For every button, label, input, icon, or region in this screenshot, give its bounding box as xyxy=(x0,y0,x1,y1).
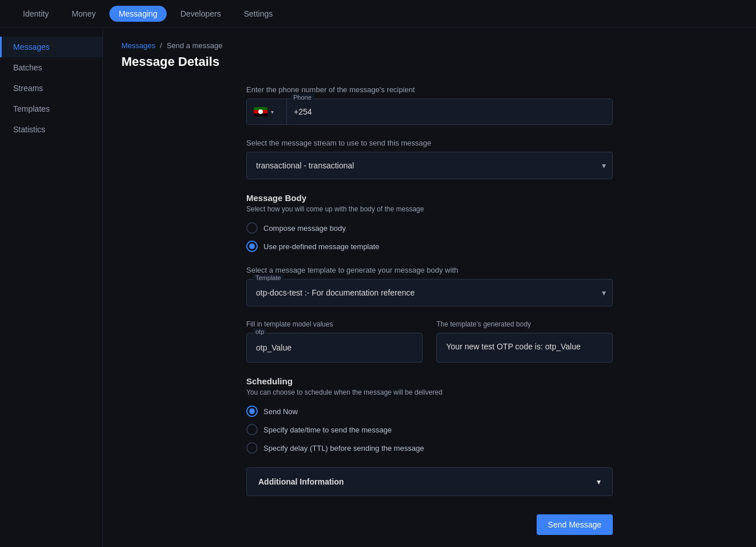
main-content: Messages / Send a message Message Detail… xyxy=(103,27,756,547)
phone-input-row: ▾ xyxy=(246,99,613,125)
page-title: Message Details xyxy=(121,54,738,69)
template-values-column: Fill in template model values otp xyxy=(246,320,423,363)
sidebar-item-messages[interactable]: Messages xyxy=(0,37,103,57)
sidebar-item-batches[interactable]: Batches xyxy=(0,57,103,78)
send-button-row: Send Message xyxy=(246,510,613,535)
specify-datetime-radio-label: Specify date/time to send the message xyxy=(263,426,392,434)
app-layout: Messages Batches Streams Templates Stati… xyxy=(0,27,756,547)
specify-ttl-radio-label: Specify delay (TTL) before sending the m… xyxy=(263,444,424,452)
message-body-section: Message Body Select how you will come up… xyxy=(246,193,613,252)
top-navigation: Identity Money Messaging Developers Sett… xyxy=(0,0,756,27)
stream-select[interactable]: transactional - transactional xyxy=(246,152,613,179)
sidebar: Messages Batches Streams Templates Stati… xyxy=(0,27,103,547)
country-chevron-icon: ▾ xyxy=(271,109,274,115)
additional-info-section: Additional Information ▾ xyxy=(246,467,613,496)
template-body-label: The template's generated body xyxy=(436,320,613,328)
sidebar-item-statistics[interactable]: Statistics xyxy=(0,119,103,140)
otp-floating-label: otp xyxy=(253,328,266,335)
breadcrumb-separator: / xyxy=(160,41,162,50)
send-message-button[interactable]: Send Message xyxy=(537,514,613,535)
additional-info-header[interactable]: Additional Information ▾ xyxy=(247,468,612,495)
template-body-preview: Your new test OTP code is: otp_Value xyxy=(436,333,613,363)
nav-item-money[interactable]: Money xyxy=(62,6,105,22)
country-select-dropdown[interactable]: ▾ xyxy=(247,99,287,124)
breadcrumb: Messages / Send a message xyxy=(121,41,738,50)
sidebar-item-templates[interactable]: Templates xyxy=(0,99,103,119)
radio-option-template[interactable]: Use pre-defined message template xyxy=(246,241,613,252)
template-field-group: Select a message template to generate yo… xyxy=(246,266,613,306)
specify-datetime-radio-button[interactable] xyxy=(246,424,258,435)
radio-option-specify-ttl[interactable]: Specify delay (TTL) before sending the m… xyxy=(246,442,613,454)
template-floating-label: Template xyxy=(253,274,284,281)
template-select[interactable]: otp-docs-test :- For documentation refer… xyxy=(246,279,613,306)
compose-radio-button[interactable] xyxy=(246,222,258,234)
template-radio-label: Use pre-defined message template xyxy=(263,242,379,251)
stream-field-group: Select the message stream to use to send… xyxy=(246,139,613,179)
scheduling-subtitle: You can choose to schedule when the mess… xyxy=(246,388,613,396)
template-field-label: Select a message template to generate yo… xyxy=(246,266,613,274)
specify-ttl-radio-button[interactable] xyxy=(246,442,258,454)
template-radio-button[interactable] xyxy=(246,241,258,252)
phone-number-input[interactable] xyxy=(287,99,612,124)
template-floating-field: Template otp-docs-test :- For documentat… xyxy=(246,279,613,306)
stream-field-label: Select the message stream to use to send… xyxy=(246,139,613,147)
breadcrumb-current: Send a message xyxy=(167,41,223,50)
radio-option-send-now[interactable]: Send Now xyxy=(246,406,613,417)
scheduling-section: Scheduling You can choose to schedule wh… xyxy=(246,376,613,454)
template-body-column: The template's generated body Your new t… xyxy=(436,320,613,363)
send-now-radio-button[interactable] xyxy=(246,406,258,417)
form-container: Enter the phone number of the message's … xyxy=(246,85,613,535)
nav-item-messaging[interactable]: Messaging xyxy=(109,6,167,22)
otp-input-wrapper: otp xyxy=(246,333,423,363)
nav-item-developers[interactable]: Developers xyxy=(171,6,230,22)
kenya-flag-icon xyxy=(254,107,267,116)
sidebar-item-streams[interactable]: Streams xyxy=(0,78,103,99)
message-body-subtitle: Select how you will come up with the bod… xyxy=(246,205,613,213)
template-model-row: Fill in template model values otp The te… xyxy=(246,320,613,363)
phone-field-wrapper: Phone ▾ xyxy=(246,99,613,125)
phone-floating-label: Phone xyxy=(291,94,314,101)
radio-option-compose[interactable]: Compose message body xyxy=(246,222,613,234)
breadcrumb-parent-link[interactable]: Messages xyxy=(121,41,155,50)
phone-field-group: Enter the phone number of the message's … xyxy=(246,85,613,125)
otp-value-input[interactable] xyxy=(246,333,423,363)
nav-item-identity[interactable]: Identity xyxy=(14,6,58,22)
additional-info-chevron-icon: ▾ xyxy=(597,477,601,486)
nav-item-settings[interactable]: Settings xyxy=(235,6,282,22)
scheduling-title: Scheduling xyxy=(246,376,613,386)
radio-option-specify-datetime[interactable]: Specify date/time to send the message xyxy=(246,424,613,435)
additional-info-title: Additional Information xyxy=(258,477,344,486)
template-values-label: Fill in template model values xyxy=(246,320,423,328)
stream-select-wrapper: transactional - transactional ▾ xyxy=(246,152,613,179)
compose-radio-label: Compose message body xyxy=(263,224,346,233)
scheduling-radio-group: Send Now Specify date/time to send the m… xyxy=(246,406,613,454)
message-body-radio-group: Compose message body Use pre-defined mes… xyxy=(246,222,613,252)
template-select-wrapper: otp-docs-test :- For documentation refer… xyxy=(246,279,613,306)
phone-field-label: Enter the phone number of the message's … xyxy=(246,85,613,94)
send-now-radio-label: Send Now xyxy=(263,407,298,416)
message-body-title: Message Body xyxy=(246,193,613,203)
